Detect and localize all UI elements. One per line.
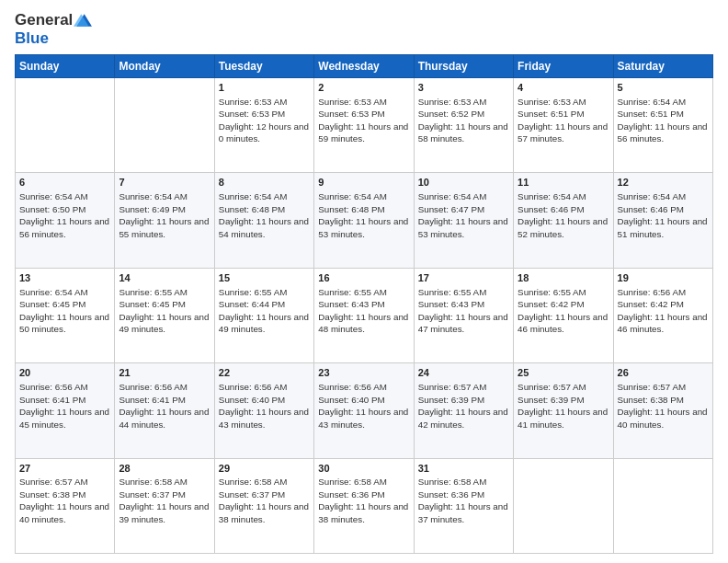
day-cell: 16Sunrise: 6:55 AM Sunset: 6:43 PM Dayli… xyxy=(314,268,414,362)
col-header-monday: Monday xyxy=(115,55,214,78)
day-info: Sunrise: 6:58 AM Sunset: 6:37 PM Dayligh… xyxy=(119,476,210,525)
week-row-2: 6Sunrise: 6:54 AM Sunset: 6:50 PM Daylig… xyxy=(16,173,713,268)
day-number: 5 xyxy=(618,81,709,95)
day-number: 4 xyxy=(518,81,609,95)
day-number: 25 xyxy=(518,366,609,380)
logo-blue: Blue xyxy=(15,29,92,48)
day-info: Sunrise: 6:56 AM Sunset: 6:42 PM Dayligh… xyxy=(618,286,709,336)
day-cell: 17Sunrise: 6:55 AM Sunset: 6:43 PM Dayli… xyxy=(414,268,513,362)
day-number: 30 xyxy=(318,462,409,476)
day-number: 17 xyxy=(418,271,509,285)
week-row-1: 1Sunrise: 6:53 AM Sunset: 6:53 PM Daylig… xyxy=(16,78,713,173)
col-header-wednesday: Wednesday xyxy=(314,55,414,78)
day-info: Sunrise: 6:54 AM Sunset: 6:51 PM Dayligh… xyxy=(618,96,709,145)
day-number: 26 xyxy=(618,366,709,380)
day-info: Sunrise: 6:53 AM Sunset: 6:53 PM Dayligh… xyxy=(318,96,409,145)
day-number: 1 xyxy=(219,81,310,95)
day-cell: 20Sunrise: 6:56 AM Sunset: 6:41 PM Dayli… xyxy=(16,363,115,458)
day-number: 3 xyxy=(418,81,509,95)
day-info: Sunrise: 6:54 AM Sunset: 6:49 PM Dayligh… xyxy=(119,190,210,240)
day-number: 23 xyxy=(318,366,409,380)
day-number: 19 xyxy=(618,271,709,285)
page: General Blue SundayMondayTuesdayWednesda… xyxy=(0,0,728,563)
day-cell: 21Sunrise: 6:56 AM Sunset: 6:41 PM Dayli… xyxy=(115,363,214,458)
day-info: Sunrise: 6:58 AM Sunset: 6:37 PM Dayligh… xyxy=(219,476,310,525)
col-header-sunday: Sunday xyxy=(16,55,115,78)
day-info: Sunrise: 6:53 AM Sunset: 6:53 PM Dayligh… xyxy=(219,96,310,145)
day-cell: 12Sunrise: 6:54 AM Sunset: 6:46 PM Dayli… xyxy=(613,173,712,268)
day-number: 10 xyxy=(418,176,509,190)
day-cell: 31Sunrise: 6:58 AM Sunset: 6:36 PM Dayli… xyxy=(414,458,513,553)
day-cell: 11Sunrise: 6:54 AM Sunset: 6:46 PM Dayli… xyxy=(514,173,613,268)
day-number: 27 xyxy=(19,462,110,476)
day-cell: 6Sunrise: 6:54 AM Sunset: 6:50 PM Daylig… xyxy=(16,173,115,268)
day-number: 22 xyxy=(219,366,310,380)
day-number: 18 xyxy=(518,271,609,285)
day-number: 9 xyxy=(318,176,409,190)
day-info: Sunrise: 6:55 AM Sunset: 6:44 PM Dayligh… xyxy=(219,286,310,336)
day-cell xyxy=(16,78,115,173)
day-info: Sunrise: 6:54 AM Sunset: 6:48 PM Dayligh… xyxy=(318,190,409,240)
day-number: 15 xyxy=(219,271,310,285)
day-info: Sunrise: 6:54 AM Sunset: 6:45 PM Dayligh… xyxy=(19,286,110,336)
header: General Blue xyxy=(15,11,713,47)
day-cell: 3Sunrise: 6:53 AM Sunset: 6:52 PM Daylig… xyxy=(414,78,513,173)
day-cell: 24Sunrise: 6:57 AM Sunset: 6:39 PM Dayli… xyxy=(414,363,513,458)
day-info: Sunrise: 6:56 AM Sunset: 6:40 PM Dayligh… xyxy=(219,381,310,431)
day-cell: 18Sunrise: 6:55 AM Sunset: 6:42 PM Dayli… xyxy=(514,268,613,362)
week-row-4: 20Sunrise: 6:56 AM Sunset: 6:41 PM Dayli… xyxy=(16,363,713,458)
col-header-friday: Friday xyxy=(514,55,613,78)
day-cell: 15Sunrise: 6:55 AM Sunset: 6:44 PM Dayli… xyxy=(214,268,313,362)
day-info: Sunrise: 6:55 AM Sunset: 6:45 PM Dayligh… xyxy=(119,286,210,336)
day-cell xyxy=(613,458,712,553)
day-cell: 7Sunrise: 6:54 AM Sunset: 6:49 PM Daylig… xyxy=(115,173,214,268)
day-info: Sunrise: 6:55 AM Sunset: 6:43 PM Dayligh… xyxy=(418,286,509,336)
day-info: Sunrise: 6:58 AM Sunset: 6:36 PM Dayligh… xyxy=(418,476,509,525)
day-cell: 22Sunrise: 6:56 AM Sunset: 6:40 PM Dayli… xyxy=(214,363,313,458)
day-cell: 9Sunrise: 6:54 AM Sunset: 6:48 PM Daylig… xyxy=(314,173,414,268)
logo-general: General xyxy=(15,11,73,29)
day-number: 11 xyxy=(518,176,609,190)
calendar-header-row: SundayMondayTuesdayWednesdayThursdayFrid… xyxy=(16,55,713,78)
day-cell: 2Sunrise: 6:53 AM Sunset: 6:53 PM Daylig… xyxy=(314,78,414,173)
day-number: 29 xyxy=(219,462,310,476)
day-info: Sunrise: 6:57 AM Sunset: 6:38 PM Dayligh… xyxy=(618,381,709,431)
day-info: Sunrise: 6:54 AM Sunset: 6:50 PM Dayligh… xyxy=(19,190,110,240)
day-cell: 4Sunrise: 6:53 AM Sunset: 6:51 PM Daylig… xyxy=(514,78,613,173)
day-info: Sunrise: 6:54 AM Sunset: 6:46 PM Dayligh… xyxy=(618,190,709,240)
day-number: 31 xyxy=(418,462,509,476)
day-cell: 8Sunrise: 6:54 AM Sunset: 6:48 PM Daylig… xyxy=(214,173,313,268)
day-number: 7 xyxy=(119,176,210,190)
day-cell: 27Sunrise: 6:57 AM Sunset: 6:38 PM Dayli… xyxy=(16,458,115,553)
day-number: 20 xyxy=(19,366,110,380)
day-number: 16 xyxy=(318,271,409,285)
day-number: 13 xyxy=(19,271,110,285)
day-info: Sunrise: 6:57 AM Sunset: 6:39 PM Dayligh… xyxy=(418,381,509,431)
day-info: Sunrise: 6:58 AM Sunset: 6:36 PM Dayligh… xyxy=(318,476,409,525)
week-row-3: 13Sunrise: 6:54 AM Sunset: 6:45 PM Dayli… xyxy=(16,268,713,362)
day-info: Sunrise: 6:56 AM Sunset: 6:41 PM Dayligh… xyxy=(19,381,110,431)
day-cell: 30Sunrise: 6:58 AM Sunset: 6:36 PM Dayli… xyxy=(314,458,414,553)
day-info: Sunrise: 6:57 AM Sunset: 6:39 PM Dayligh… xyxy=(518,381,609,431)
day-info: Sunrise: 6:56 AM Sunset: 6:40 PM Dayligh… xyxy=(318,381,409,431)
day-info: Sunrise: 6:54 AM Sunset: 6:48 PM Dayligh… xyxy=(219,190,310,240)
day-cell: 29Sunrise: 6:58 AM Sunset: 6:37 PM Dayli… xyxy=(214,458,313,553)
day-cell: 14Sunrise: 6:55 AM Sunset: 6:45 PM Dayli… xyxy=(115,268,214,362)
day-info: Sunrise: 6:53 AM Sunset: 6:52 PM Dayligh… xyxy=(418,96,509,145)
day-cell: 5Sunrise: 6:54 AM Sunset: 6:51 PM Daylig… xyxy=(613,78,712,173)
day-cell: 26Sunrise: 6:57 AM Sunset: 6:38 PM Dayli… xyxy=(613,363,712,458)
day-cell: 19Sunrise: 6:56 AM Sunset: 6:42 PM Dayli… xyxy=(613,268,712,362)
col-header-saturday: Saturday xyxy=(613,55,712,78)
day-info: Sunrise: 6:54 AM Sunset: 6:46 PM Dayligh… xyxy=(518,190,609,240)
day-cell: 28Sunrise: 6:58 AM Sunset: 6:37 PM Dayli… xyxy=(115,458,214,553)
day-cell: 10Sunrise: 6:54 AM Sunset: 6:47 PM Dayli… xyxy=(414,173,513,268)
day-info: Sunrise: 6:53 AM Sunset: 6:51 PM Dayligh… xyxy=(518,96,609,145)
day-info: Sunrise: 6:56 AM Sunset: 6:41 PM Dayligh… xyxy=(119,381,210,431)
day-info: Sunrise: 6:57 AM Sunset: 6:38 PM Dayligh… xyxy=(19,476,110,525)
day-number: 14 xyxy=(119,271,210,285)
day-info: Sunrise: 6:55 AM Sunset: 6:43 PM Dayligh… xyxy=(318,286,409,336)
logo: General Blue xyxy=(15,11,92,47)
day-number: 12 xyxy=(618,176,709,190)
day-number: 6 xyxy=(19,176,110,190)
day-cell: 1Sunrise: 6:53 AM Sunset: 6:53 PM Daylig… xyxy=(214,78,313,173)
